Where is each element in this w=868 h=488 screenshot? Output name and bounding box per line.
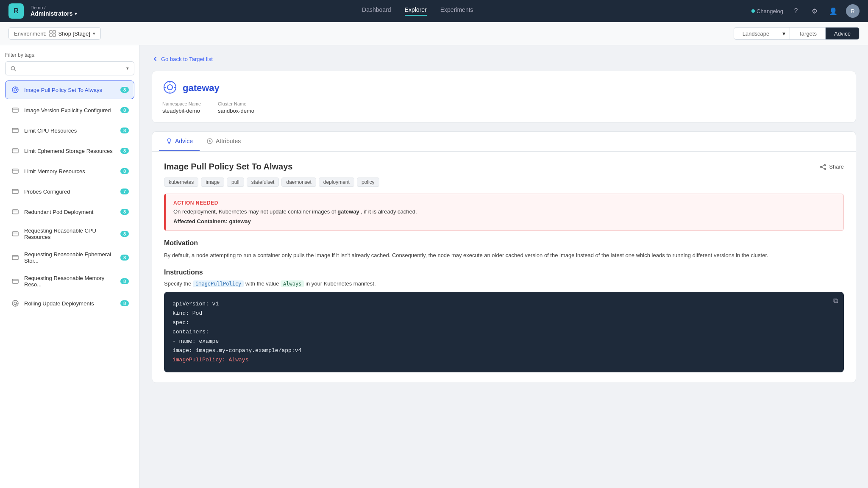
sidebar-item-icon-10 (11, 299, 20, 308)
code-line-2: spec: (172, 318, 835, 327)
tag-4: daemonset (281, 177, 316, 187)
sidebar-item-limit-ephemeral[interactable]: Limit Ephemeral Storage Resources 8 (5, 141, 134, 160)
sidebar-item-redundant-pod[interactable]: Redundant Pod Deployment 8 (5, 202, 134, 221)
sidebar-item-badge-6: 8 (120, 209, 129, 215)
sidebar-item-icon-0 (11, 85, 20, 94)
tag-2: pull (227, 177, 244, 187)
svg-point-29 (12, 300, 18, 306)
cluster-meta: Cluster Name sandbox-demo (218, 101, 254, 114)
topnav-right: Changelog ? ⚙ 👤 R (751, 4, 860, 18)
action-text: On redeployment, Kubernetes may not upda… (173, 208, 836, 215)
svg-rect-13 (12, 128, 18, 133)
sidebar-item-req-ephemeral[interactable]: Requesting Reasonable Ephemeral Stor... … (5, 247, 134, 269)
view-tabs: Landscape ▾ Targets Advice (734, 27, 860, 40)
tab-landscape-dropdown[interactable]: ▾ (778, 28, 790, 39)
back-link[interactable]: Go back to Target list (152, 55, 856, 62)
search-box[interactable]: ▾ (5, 61, 134, 75)
sidebar-item-icon-4 (11, 166, 20, 176)
org-info: Demo / Administrators ▾ (31, 5, 77, 17)
sidebar-item-icon-3 (11, 146, 20, 155)
search-icon (11, 66, 16, 72)
help-icon[interactable]: ? (790, 5, 802, 17)
tab-landscape[interactable]: Landscape (734, 28, 779, 39)
code-block: ⧉ apiVersion: v1 kind: Pod spec: contain… (164, 292, 844, 373)
code-line-5: image: images.my-company.example/app:v4 (172, 346, 835, 355)
sidebar-item-label-4: Limit Memory Resources (24, 168, 116, 175)
sidebar-item-rolling-update[interactable]: Rolling Update Deployments 8 (5, 294, 134, 313)
svg-point-44 (825, 164, 826, 165)
advice-title-text: Image Pull Policy Set To Always (164, 162, 292, 172)
search-input[interactable] (19, 65, 126, 72)
copy-button[interactable]: ⧉ (833, 297, 838, 305)
settings-icon[interactable]: ⚙ (809, 5, 821, 17)
sidebar-item-req-cpu[interactable]: Requesting Reasonable CPU Resources 8 (5, 223, 134, 245)
svg-line-47 (822, 165, 825, 166)
svg-rect-25 (12, 255, 18, 260)
svg-point-35 (164, 81, 176, 93)
svg-point-36 (167, 85, 172, 90)
avatar[interactable]: R (846, 4, 860, 18)
sidebar-item-icon-7 (11, 229, 20, 238)
svg-point-6 (14, 89, 17, 91)
sidebar-item-image-pull-policy[interactable]: Image Pull Policy Set To Always 8 (5, 80, 134, 99)
env-value: Shop [Stage] (58, 30, 90, 37)
svg-rect-42 (169, 143, 170, 144)
code-tag-always: Always (281, 280, 304, 287)
main-layout: Filter by tags: ▾ Image Pull P (0, 45, 868, 488)
target-header: gateway (162, 80, 846, 96)
environment-selector[interactable]: Environment: Shop [Stage] ▾ (8, 27, 101, 40)
tab-advice[interactable]: Advice (159, 132, 200, 151)
attributes-icon (206, 138, 213, 144)
sidebar-item-label-0: Image Pull Policy Set To Always (24, 87, 116, 93)
sidebar-item-icon-8 (11, 253, 20, 262)
nav-experiments[interactable]: Experiments (440, 6, 473, 16)
sidebar-item-limit-cpu[interactable]: Limit CPU Resources 8 (5, 121, 134, 140)
svg-point-45 (825, 168, 826, 169)
sidebar-item-image-version[interactable]: Image Version Explicitly Configured 8 (5, 101, 134, 119)
target-name: gateway (183, 83, 220, 94)
sidebar-item-badge-9: 8 (120, 278, 129, 284)
action-box: ACTION NEEDED On redeployment, Kubernete… (164, 194, 844, 231)
back-arrow-icon (152, 55, 159, 62)
svg-rect-19 (12, 189, 18, 194)
sidebar-item-limit-memory[interactable]: Limit Memory Resources 8 (5, 162, 134, 180)
subheader: Environment: Shop [Stage] ▾ Landscape ▾ … (0, 22, 868, 45)
changelog-link[interactable]: Changelog (751, 8, 783, 14)
sidebar-item-label-5: Probes Configured (24, 189, 116, 195)
code-line-1: kind: Pod (172, 309, 835, 318)
org-name[interactable]: Administrators ▾ (31, 10, 77, 17)
target-meta: Namespace Name steadybit-demo Cluster Na… (162, 101, 846, 114)
sidebar-item-icon-1 (11, 105, 20, 115)
tag-5: deployment (319, 177, 354, 187)
sidebar-item-badge-5: 7 (120, 189, 129, 194)
svg-point-30 (14, 302, 17, 305)
svg-rect-41 (168, 142, 170, 143)
sidebar-item-req-memory[interactable]: Requesting Reasonable Memory Reso... 8 (5, 270, 134, 292)
svg-point-5 (12, 87, 18, 93)
action-needed-label: ACTION NEEDED (173, 200, 836, 206)
sidebar-item-badge-3: 8 (120, 148, 129, 154)
namespace-value: steadybit-demo (162, 108, 200, 114)
advice-title-row: Image Pull Policy Set To Always Share (164, 162, 844, 172)
sidebar-item-probes[interactable]: Probes Configured 7 (5, 182, 134, 201)
tag-0: kubernetes (164, 177, 198, 187)
cluster-label: Cluster Name (218, 101, 254, 106)
tags-list: kubernetes image pull statefulset daemon… (164, 177, 844, 187)
user-icon[interactable]: 👤 (827, 5, 839, 17)
sidebar-item-label-2: Limit CPU Resources (24, 128, 116, 134)
advice-icon (166, 138, 172, 144)
motivation-title: Motivation (164, 239, 844, 247)
sidebar-item-label-3: Limit Ephemeral Storage Resources (24, 148, 116, 154)
motivation-text: By default, a node attempting to run a c… (164, 251, 844, 260)
target-card: gateway Namespace Name steadybit-demo Cl… (152, 71, 856, 123)
share-button[interactable]: Share (820, 164, 844, 170)
tag-3: statefulset (247, 177, 279, 187)
tab-targets[interactable]: Targets (790, 28, 826, 39)
detail-card: Advice Attributes Image Pull Policy Set … (152, 131, 856, 383)
nav-dashboard[interactable]: Dashboard (362, 6, 391, 16)
svg-rect-23 (12, 232, 18, 236)
nav-explorer[interactable]: Explorer (405, 6, 427, 16)
svg-rect-17 (12, 169, 18, 173)
tab-advice[interactable]: Advice (826, 28, 859, 39)
tab-attributes[interactable]: Attributes (200, 132, 248, 151)
